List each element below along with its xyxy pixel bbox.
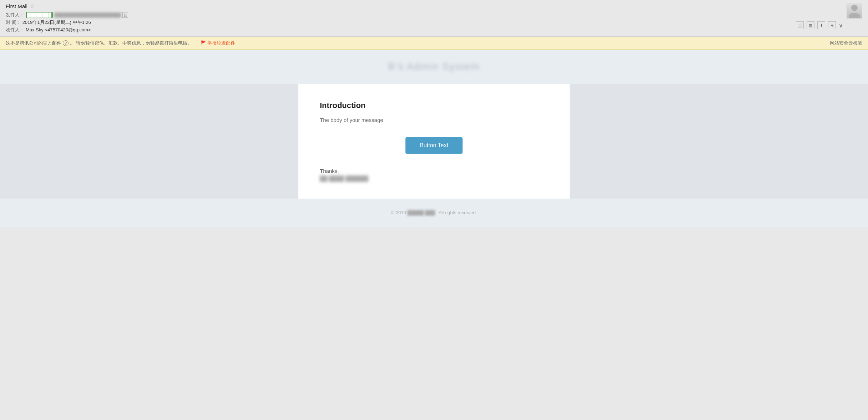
recipient-label: 收件人： — [6, 27, 24, 33]
recipient-value: Max Sky <47570420@qq.com> — [26, 27, 91, 32]
email-chrome: First Mail ☆ ↑ 发件人： ████████ ███████████… — [0, 0, 868, 420]
email-body-wrapper: B's Admin System Introduction The body o… — [0, 50, 868, 227]
email-footer: © 2019 █████ ███ . All rights reserved. — [0, 199, 868, 227]
recipient-row: 收件人： Max Sky <47570420@qq.com> — [6, 27, 862, 33]
warning-middle-text: 。 请勿轻信密保、汇款、中奖信息，勿轻易拨打陌生电话。 — [70, 40, 192, 46]
warning-bar: 这不是腾讯公司的官方邮件 ? 。 请勿轻信密保、汇款、中奖信息，勿轻易拨打陌生电… — [0, 37, 868, 50]
more-chevron-icon[interactable]: ∨ — [839, 22, 843, 29]
footer-company: █████ ███ — [407, 210, 435, 215]
rights-text: . All rights reserved. — [436, 210, 477, 215]
email-heading: Introduction — [320, 101, 548, 110]
email-header: First Mail ☆ ↑ 发件人： ████████ ███████████… — [0, 0, 868, 37]
sender-row: 发件人： ████████ ██████████████████████ ▤ — [6, 12, 862, 18]
email-title: First Mail — [6, 3, 27, 9]
time-value: 2019年1月22日(星期二) 中午1:26 — [22, 19, 91, 26]
expand-icon[interactable]: ⬜ — [796, 21, 804, 29]
copyright-text: © 2019 — [391, 210, 406, 215]
cta-button[interactable]: Button Text — [405, 137, 463, 154]
email-logo-section: B's Admin System — [0, 50, 868, 84]
download-icon[interactable]: ⬇ — [817, 21, 825, 29]
email-thanks: Thanks, — [320, 168, 548, 174]
email-logo: B's Admin System — [388, 61, 480, 72]
avatar-placeholder — [847, 3, 862, 18]
sender-card-icon[interactable]: ▤ — [122, 12, 128, 18]
warning-report[interactable]: 🚩 举报垃圾邮件 — [201, 40, 236, 46]
warning-right[interactable]: 网站安全云检测 — [830, 40, 862, 46]
email-sender-signature: ██ ████ ██████ — [320, 175, 368, 181]
star-icon[interactable]: ☆ — [30, 3, 35, 10]
arrow-icon[interactable]: ↑ — [37, 4, 39, 9]
svg-point-1 — [849, 13, 860, 19]
sender-email: ██████████████████████ — [54, 12, 121, 17]
warning-left: 这不是腾讯公司的官方邮件 ? 。 请勿轻信密保、汇款、中奖信息，勿轻易拨打陌生电… — [6, 40, 235, 46]
report-text: 举报垃圾邮件 — [207, 40, 235, 46]
footer-copyright: © 2019 █████ ███ . All rights reserved. — [0, 210, 868, 215]
warning-text: 这不是腾讯公司的官方邮件 — [6, 40, 61, 46]
email-button-row: Button Text — [320, 137, 548, 154]
split-icon[interactable]: ▥ — [807, 21, 814, 29]
print-icon[interactable]: 🖨 — [828, 21, 836, 29]
email-content-card: Introduction The body of your message. B… — [298, 84, 570, 199]
toolbar-icons: ⬜ ▥ ⬇ 🖨 ∨ — [796, 21, 843, 29]
time-row: 时 间： 2019年1月22日(星期二) 中午1:26 — [6, 19, 862, 26]
report-icon: 🚩 — [201, 40, 206, 46]
time-label: 时 间： — [6, 19, 21, 26]
sender-label: 发件人： — [6, 12, 24, 18]
warning-question-mark: ? — [63, 40, 69, 46]
cloud-check-text: 网站安全云检测 — [830, 40, 862, 46]
email-body-text: The body of your message. — [320, 116, 548, 124]
avatar — [847, 3, 862, 19]
sender-name-tag: ████████ — [26, 12, 53, 18]
svg-point-0 — [851, 5, 858, 11]
email-title-row: First Mail ☆ ↑ — [6, 3, 862, 10]
